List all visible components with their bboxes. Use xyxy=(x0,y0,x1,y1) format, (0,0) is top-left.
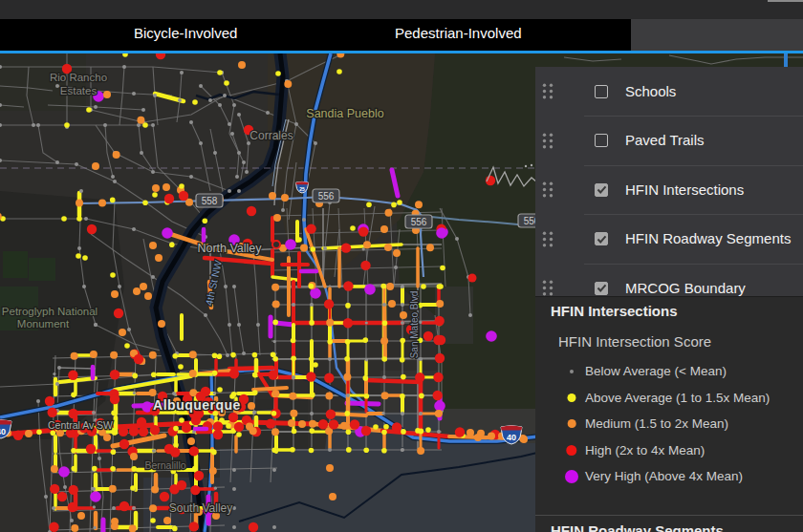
svg-text:556: 556 xyxy=(318,191,335,202)
svg-text:Central Av SW: Central Av SW xyxy=(48,419,113,431)
svg-text:558: 558 xyxy=(202,196,218,206)
svg-text:Albuquerque: Albuquerque xyxy=(153,397,241,413)
svg-text:Corrales: Corrales xyxy=(250,129,293,142)
svg-text:Rio Rancho: Rio Rancho xyxy=(50,72,107,83)
svg-text:Monument: Monument xyxy=(17,318,70,330)
svg-text:25: 25 xyxy=(299,186,305,192)
svg-text:North Valley: North Valley xyxy=(197,242,262,255)
svg-text:40: 40 xyxy=(507,433,516,442)
svg-text:Estates: Estates xyxy=(60,85,98,96)
svg-text:South Valley: South Valley xyxy=(169,501,233,515)
svg-text:40: 40 xyxy=(0,427,6,436)
svg-text:Petroglyph National: Petroglyph National xyxy=(2,306,98,317)
svg-text:San Mateo Blvd: San Mateo Blvd xyxy=(409,291,420,359)
svg-text:Sandia Pueblo: Sandia Pueblo xyxy=(306,107,383,120)
svg-text:Bernalillo: Bernalillo xyxy=(144,459,185,471)
svg-text:556: 556 xyxy=(411,217,427,227)
